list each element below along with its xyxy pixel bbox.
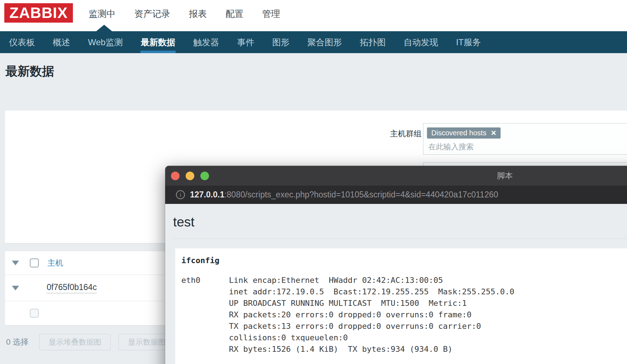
collapse-host-toggle-icon[interactable] [12, 286, 19, 290]
window-controls [171, 172, 209, 180]
tab-web-monitoring[interactable]: Web监测 [79, 31, 132, 53]
host-column-sort-link[interactable]: 主机 [47, 258, 63, 269]
tab-discovery[interactable]: 自动发现 [395, 31, 447, 53]
script-command: ifconfig [181, 256, 627, 265]
item-checkbox[interactable] [30, 309, 39, 318]
script-name-heading: test [173, 215, 627, 230]
zabbix-logo: ZABBIX [4, 3, 73, 23]
monitoring-subnav: 仪表板 概述 Web监测 最新数据 触发器 事件 图形 聚合图形 拓扑图 自动发… [0, 31, 627, 53]
search-input-placeholder[interactable]: 在此输入搜索 [428, 142, 624, 152]
tab-dashboard[interactable]: 仪表板 [0, 31, 44, 53]
popup-body: test ifconfig eth0 Link encap:Ethernet H… [165, 204, 627, 364]
collapse-all-toggle-icon[interactable] [12, 261, 19, 265]
browser-url-bar[interactable]: i 127.0.0.1:8080/scripts_exec.php?hostid… [165, 186, 627, 204]
remove-tag-icon[interactable]: ✕ [491, 129, 496, 137]
script-popup-window: 脚本 i 127.0.0.1:8080/scripts_exec.php?hos… [165, 166, 627, 364]
minimize-window-icon[interactable] [186, 172, 194, 180]
tab-it-services[interactable]: IT服务 [447, 31, 490, 53]
window-title: 脚本 [165, 166, 627, 186]
tab-maps[interactable]: 拓扑图 [351, 31, 395, 53]
main-menu: 监测中 资产记录 报表 配置 管理 [89, 0, 280, 27]
select-all-checkbox[interactable] [30, 258, 39, 267]
menu-item-inventory[interactable]: 资产记录 [134, 8, 170, 20]
site-info-icon[interactable]: i [176, 190, 185, 199]
active-menu-pointer-icon [96, 25, 112, 31]
zabbix-page: ZABBIX 监测中 资产记录 报表 配置 管理 仪表板 概述 Web监测 最新… [0, 0, 627, 364]
tag-label: Discovered hosts [431, 129, 486, 137]
app-header: ZABBIX 监测中 资产记录 报表 配置 管理 [0, 0, 627, 31]
script-output: eth0 Link encap:Ethernet HWaddr 02:42:AC… [181, 275, 627, 355]
menu-item-configuration[interactable]: 配置 [226, 8, 243, 20]
menu-item-monitoring[interactable]: 监测中 [89, 8, 116, 20]
popup-titlebar[interactable]: 脚本 [165, 166, 627, 186]
page-url[interactable]: 127.0.0.1:8080/scripts_exec.php?hostid=1… [190, 190, 498, 200]
tab-screens[interactable]: 聚合图形 [298, 31, 351, 53]
url-host: 127.0.0.1 [190, 190, 224, 199]
menu-item-administration[interactable]: 管理 [262, 8, 280, 20]
selected-count: 0 选择 [6, 337, 28, 347]
tab-events[interactable]: 事件 [228, 31, 263, 53]
display-stacked-graph-button[interactable]: 显示堆叠数据图 [39, 334, 111, 350]
tab-triggers[interactable]: 触发器 [184, 31, 228, 53]
host-name-link[interactable]: 0f765f0b164c [47, 283, 97, 293]
tab-overview[interactable]: 概述 [44, 31, 79, 53]
host-group-label: 主机群组 [378, 129, 422, 139]
heading-divider [173, 238, 627, 239]
maximize-window-icon[interactable] [200, 172, 209, 180]
host-group-multiselect[interactable]: Discovered hosts ✕ 在此输入搜索 [423, 123, 627, 155]
close-window-icon[interactable] [171, 172, 180, 180]
url-path: :8080/scripts_exec.php?hostid=10105&scri… [224, 190, 498, 199]
page-title: 最新数据 [5, 63, 54, 80]
tab-graphs[interactable]: 图形 [263, 31, 298, 53]
tab-latest-data[interactable]: 最新数据 [132, 31, 184, 53]
menu-item-reports[interactable]: 报表 [189, 8, 207, 20]
script-output-box: ifconfig eth0 Link encap:Ethernet HWaddr… [175, 248, 627, 364]
footer-actions: 0 选择 显示堆叠数据图 显示数据图 [5, 334, 175, 350]
selected-host-group-tag: Discovered hosts ✕ [427, 127, 501, 139]
